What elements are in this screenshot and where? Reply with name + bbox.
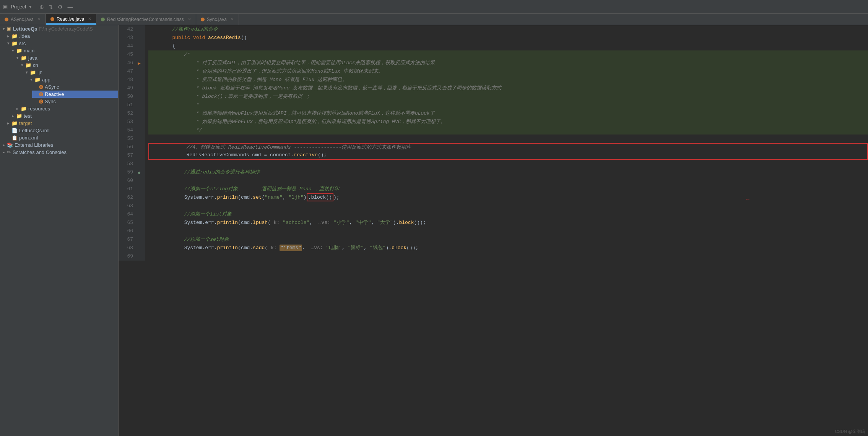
code-line-67: //添加一个set对象 bbox=[148, 235, 868, 244]
code-view: 42 43 44 45 46 47 48 49 50 51 52 53 54 5… bbox=[119, 25, 868, 261]
code-text: { bbox=[148, 42, 175, 50]
structure-icon[interactable]: ⊕ bbox=[39, 4, 44, 10]
tab-async-close[interactable]: ✕ bbox=[37, 17, 41, 22]
idea-folder-icon: 📁 bbox=[11, 33, 18, 39]
gutter-57 bbox=[138, 151, 145, 160]
sidebar-item-ljh[interactable]: ▾ 📁 ljh bbox=[23, 69, 118, 76]
ln-60: 60 bbox=[122, 177, 135, 185]
project-label[interactable]: Project bbox=[11, 4, 26, 10]
code-line-64: //添加一个list对象 bbox=[148, 210, 868, 219]
gutter-48 bbox=[138, 76, 145, 84]
sidebar-item-async-file[interactable]: 🅒 ASync bbox=[32, 83, 118, 91]
sidebar-item-java[interactable]: ▾ 📁 java bbox=[14, 54, 118, 62]
code-line-45: /* bbox=[148, 50, 868, 59]
ln-65: 65 bbox=[122, 219, 135, 227]
sidebar-item-pom[interactable]: 📋 pom.xml bbox=[5, 134, 118, 141]
sidebar-item-app[interactable]: ▾ 📁 app bbox=[28, 76, 118, 83]
code-text: * 对于反应式API，由于测试时想要立即获取结果，因此需要使用bLock来阻塞线… bbox=[148, 59, 435, 67]
sidebar-item-resources[interactable]: ▸ 📁 resources bbox=[14, 105, 118, 112]
code-line-43: public void accessRedis() bbox=[148, 34, 868, 42]
gutter-64 bbox=[138, 210, 145, 219]
gutter-68 bbox=[138, 244, 145, 252]
gutter-63 bbox=[138, 202, 145, 210]
sidebar-item-label: LettuceQs F:\myCode\crazyCode\S bbox=[13, 26, 93, 32]
ln-46: 46 bbox=[122, 59, 135, 67]
gutter-50 bbox=[138, 92, 145, 101]
ln-48: 48 bbox=[122, 76, 135, 84]
tab-sync-close[interactable]: ✕ bbox=[231, 17, 234, 22]
gutter-56 bbox=[138, 143, 145, 151]
gutter-59: ◆ bbox=[138, 168, 145, 177]
title-bar-left: ▣ Project ▾ bbox=[3, 4, 32, 10]
project-icon: ▣ bbox=[3, 4, 8, 10]
line-numbers: 42 43 44 45 46 47 48 49 50 51 52 53 54 5… bbox=[119, 25, 138, 261]
tab-async[interactable]: ASync.java ✕ bbox=[0, 14, 46, 25]
project-dropdown[interactable]: ▾ bbox=[29, 4, 32, 10]
gutter-66 bbox=[138, 227, 145, 235]
src-folder-icon: 📁 bbox=[11, 41, 18, 46]
sidebar-item-sync-file[interactable]: 🅒 Sync bbox=[32, 98, 118, 105]
settings-icon[interactable]: ⚙ bbox=[58, 4, 63, 10]
main-layout: ▾ ▣ LettuceQs F:\myCode\crazyCode\S ▸ 📁 … bbox=[0, 25, 868, 436]
ln-42: 42 bbox=[122, 25, 135, 34]
code-area-wrapper[interactable]: 42 43 44 45 46 47 48 49 50 51 52 53 54 5… bbox=[119, 25, 868, 436]
arrow-icon: ▾ bbox=[29, 77, 34, 82]
sync-icon[interactable]: ⇅ bbox=[49, 4, 53, 10]
sidebar-item-label: Sync bbox=[45, 99, 56, 104]
ln-59: 59 bbox=[122, 168, 135, 177]
tab-redis[interactable]: RedisStringReactiveCommands.class ✕ bbox=[96, 14, 196, 25]
sidebar-item-label: resources bbox=[28, 106, 50, 112]
sidebar-item-label: target bbox=[19, 120, 32, 126]
code-line-48: * 反应式返回的数据类型，都是 Mono 或者是 Flux 这两种而已。 bbox=[148, 76, 868, 84]
arrow-icon: ▸ bbox=[11, 113, 15, 118]
sidebar-item-iml[interactable]: 📄 LettuceQs.iml bbox=[5, 127, 118, 134]
resources-folder-icon: 📁 bbox=[21, 106, 27, 112]
minimize-icon[interactable]: — bbox=[67, 4, 73, 10]
sidebar-item-lettucqs[interactable]: ▾ ▣ LettuceQs F:\myCode\crazyCode\S bbox=[0, 25, 118, 32]
code-line-69 bbox=[148, 252, 868, 261]
gutter-42 bbox=[138, 25, 145, 34]
ln-58: 58 bbox=[122, 160, 135, 168]
tab-reactive-close[interactable]: ✕ bbox=[88, 16, 91, 21]
gutter-46: ▶ bbox=[138, 59, 145, 67]
sidebar-item-external-libraries[interactable]: ▸ 📚 External Libraries bbox=[0, 141, 118, 149]
gutter-67 bbox=[138, 235, 145, 244]
tab-reactive[interactable]: Reactive.java ✕ bbox=[46, 14, 96, 25]
code-line-55 bbox=[148, 135, 868, 143]
gutter-55 bbox=[138, 135, 145, 143]
sidebar-item-test[interactable]: ▸ 📁 test bbox=[9, 112, 118, 120]
code-text: * block 就相当于在等 消息发布者Mono 发布数据，如果没有发布数据，就… bbox=[148, 84, 501, 92]
code-line-61: //添加一个string对象 返回值都一样是 Mono ，直接打印 bbox=[148, 185, 868, 193]
sidebar-item-idea[interactable]: ▸ 📁 .idea bbox=[5, 32, 118, 40]
sidebar-item-label: java bbox=[28, 55, 37, 61]
editor-area: 42 43 44 45 46 47 48 49 50 51 52 53 54 5… bbox=[119, 25, 868, 436]
gutter-54 bbox=[138, 126, 145, 135]
java-folder-icon: 📁 bbox=[21, 55, 27, 61]
sidebar-item-target[interactable]: ▸ 📁 target bbox=[5, 120, 118, 127]
ljh-folder-icon: 📁 bbox=[30, 70, 36, 75]
tab-redis-close[interactable]: ✕ bbox=[188, 17, 191, 22]
sidebar-item-cn[interactable]: ▾ 📁 cn bbox=[18, 62, 118, 69]
ln-66: 66 bbox=[122, 227, 135, 235]
cn-folder-icon: 📁 bbox=[25, 62, 31, 68]
sidebar-item-src[interactable]: ▾ 📁 src bbox=[5, 40, 118, 47]
gutter-53 bbox=[138, 118, 145, 126]
ln-45: 45 bbox=[122, 50, 135, 59]
watermark: CSDN @金刚码 bbox=[835, 429, 865, 434]
code-text: System.err.println(cmd.lpush( k: "school… bbox=[148, 219, 426, 227]
code-text: RedisReactiveCommands cmd = connect.reac… bbox=[151, 151, 327, 159]
sidebar-item-label: pom.xml bbox=[19, 135, 38, 141]
arrow-icon: ▸ bbox=[2, 150, 6, 155]
ln-61: 61 bbox=[122, 185, 135, 193]
ln-47: 47 bbox=[122, 67, 135, 76]
code-content[interactable]: //操作redis的命令 public void accessRedis() { bbox=[145, 25, 868, 261]
arrow-icon: ▾ bbox=[20, 63, 24, 68]
code-text: * 如果前端结合WebFlux使用反应式API，就可以直接让控制器返回Mono或… bbox=[148, 109, 435, 118]
sidebar-item-reactive-file[interactable]: 🅒 Reactive bbox=[32, 91, 118, 98]
target-folder-icon: 📁 bbox=[11, 120, 18, 126]
sidebar-item-scratches[interactable]: ▸ ✏ Scratches and Consoles bbox=[0, 149, 118, 156]
tab-sync[interactable]: Sync.java ✕ bbox=[196, 14, 239, 25]
code-text: * bbox=[148, 101, 199, 109]
code-line-59: //通过redis的命令进行各种操作 bbox=[148, 168, 868, 177]
sidebar-item-main[interactable]: ▾ 📁 main bbox=[9, 47, 118, 54]
